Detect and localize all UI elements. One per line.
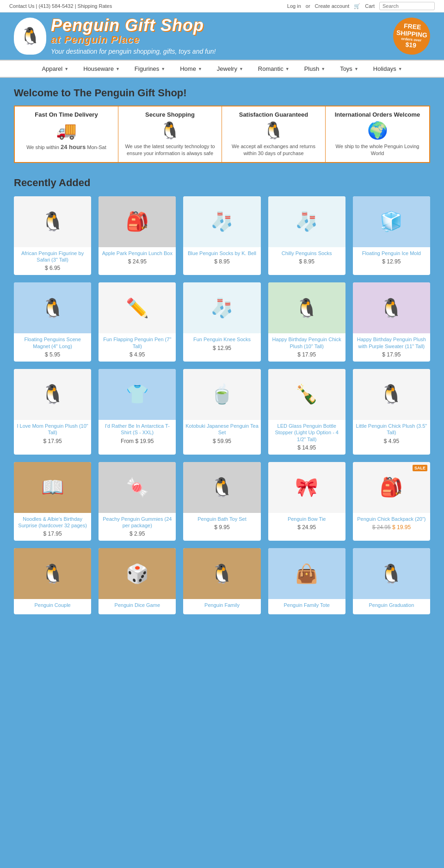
product-card[interactable]: 🍵 Kotobuki Japanese Penguin Tea Set $ 59…	[183, 369, 260, 455]
product-card[interactable]: 🍾 LED Glass Penguin Bottle Stopper (Ligh…	[268, 369, 345, 455]
product-info: Penguin Dice Game	[99, 599, 176, 614]
logo-text: Penguin Gift Shop at Penguin Place Your …	[51, 17, 216, 55]
main-nav: Apparel▼Houseware▼Figurines▼Home▼Jewelry…	[0, 60, 444, 78]
product-card[interactable]: 🍬 Peachy Penguin Gummies (24 per package…	[99, 462, 176, 541]
product-info: Penguin Family	[183, 599, 260, 614]
product-name: Happy Birthday Penguin Chick Plush (10" …	[270, 336, 344, 350]
cart-link[interactable]: Cart	[365, 3, 375, 9]
product-price: $ 12.95	[185, 345, 259, 351]
free-shipping-line4: $19	[405, 41, 417, 49]
product-card[interactable]: 🧦 Blue Penguin Socks by K. Bell $ 8.95	[183, 196, 260, 275]
product-card[interactable]: 🐧 Happy Birthday Penguin Plush with Purp…	[353, 282, 430, 362]
product-grid: 🐧 African Penguin Figurine by Safari (3"…	[14, 196, 430, 614]
nav-label: Apparel	[42, 65, 62, 72]
login-link[interactable]: Log in	[287, 3, 301, 9]
feature-boxes: Fast On Time Delivery 🚚 We ship within 2…	[14, 106, 430, 163]
product-card[interactable]: 👜 Penguin Family Tote	[268, 548, 345, 614]
product-card[interactable]: 🐧 Penguin Family	[183, 548, 260, 614]
nav-item-toys[interactable]: Toys▼	[333, 61, 366, 77]
search-input[interactable]	[379, 2, 435, 10]
nav-label: Jewelry	[217, 65, 237, 72]
product-card[interactable]: 📖 Noodles & Albie's Birthday Surprise (h…	[14, 462, 91, 541]
product-card[interactable]: SALE 🎒 Penguin Chick Backpack (20") $ 24…	[353, 462, 430, 541]
nav-item-jewelry[interactable]: Jewelry▼	[210, 61, 251, 77]
product-price: $ 12.95	[355, 258, 428, 265]
nav-item-plush[interactable]: Plush▼	[297, 61, 333, 77]
product-name: Penguin Family Tote	[270, 602, 344, 608]
product-info: I Love Mom Penguin Plush (10" Tall) $ 17…	[14, 420, 91, 448]
product-card[interactable]: ✏️ Fun Flapping Penguin Pen (7" Tall) $ …	[99, 282, 176, 362]
product-card[interactable]: 🐧 Little Penguin Chick Plush (3.5" Tall)…	[353, 369, 430, 455]
nav-item-apparel[interactable]: Apparel▼	[34, 61, 76, 77]
product-info: Penguin Bath Toy Set $ 9.95	[183, 513, 260, 534]
product-price-value: From $ 19.95	[121, 438, 154, 444]
product-image: ✏️	[99, 282, 176, 333]
feature-title: Secure Shopping	[123, 111, 217, 118]
product-card[interactable]: 🐧 Floating Penguins Scene Magnet (4" Lon…	[14, 282, 91, 362]
product-image: 📖	[14, 462, 91, 513]
product-price: $ 9.95	[185, 524, 259, 531]
nav-item-romantic[interactable]: Romantic▼	[251, 61, 297, 77]
chevron-down-icon: ▼	[354, 67, 358, 71]
product-info: Floating Penguins Scene Magnet (4" Long)…	[14, 333, 91, 362]
product-image: 🎲	[99, 548, 176, 599]
logo-area: 🐧 Penguin Gift Shop at Penguin Place You…	[14, 17, 216, 55]
feature-icon: 🐧	[123, 121, 217, 140]
product-card[interactable]: 🎒 Apple Park Penguin Lunch Box $ 24.95	[99, 196, 176, 275]
product-card[interactable]: 🧦 Chilly Penguins Socks $ 8.95	[268, 196, 345, 275]
product-price-value: $ 4.95	[384, 438, 399, 444]
product-card[interactable]: 🎲 Penguin Dice Game	[99, 548, 176, 614]
product-price: $ 24.95 $ 19.95	[355, 524, 428, 531]
product-info: LED Glass Penguin Bottle Stopper (Light …	[268, 420, 345, 455]
header: 🐧 Penguin Gift Shop at Penguin Place You…	[0, 12, 444, 60]
product-card[interactable]: 🎀 Penguin Bow Tie $ 24.95	[268, 462, 345, 541]
sale-price: $ 19.95	[392, 524, 411, 531]
cart-icon[interactable]: 🛒	[354, 3, 360, 9]
product-info: Penguin Family Tote	[268, 599, 345, 614]
nav-item-houseware[interactable]: Houseware▼	[76, 61, 127, 77]
feature-text: We ship to the whole Penguin Loving Worl…	[330, 143, 425, 157]
product-card[interactable]: 👕 I'd Rather Be In Antarctica T-Shirt (S…	[99, 369, 176, 455]
feature-icon: 🐧	[227, 121, 321, 140]
product-card[interactable]: 🐧 African Penguin Figurine by Safari (3"…	[14, 196, 91, 275]
penguin-logo: 🐧	[14, 18, 46, 55]
nav-item-figurines[interactable]: Figurines▼	[127, 61, 173, 77]
product-price-value: $ 5.95	[45, 351, 60, 358]
nav-item-home[interactable]: Home▼	[173, 61, 210, 77]
product-name: Fun Flapping Penguin Pen (7" Tall)	[100, 336, 174, 350]
product-image: 🐧	[183, 548, 260, 599]
product-price: $ 8.95	[270, 258, 344, 265]
shop-title: Penguin Gift Shop	[51, 17, 216, 34]
product-price-value: $ 8.95	[299, 258, 314, 265]
chevron-down-icon: ▼	[321, 67, 325, 71]
welcome-title: Welcome to The Penguin Gift Shop!	[14, 87, 430, 99]
product-name: Penguin Dice Game	[100, 602, 174, 608]
product-card[interactable]: 🐧 I Love Mom Penguin Plush (10" Tall) $ …	[14, 369, 91, 455]
product-card[interactable]: 🧦 Fun Penguin Knee Socks $ 12.95	[183, 282, 260, 362]
product-name: African Penguin Figurine by Safari (3" T…	[16, 250, 89, 263]
product-name: Kotobuki Japanese Penguin Tea Set	[185, 423, 259, 436]
product-price-value: $ 4.95	[130, 351, 145, 358]
product-card[interactable]: 🧊 Floating Penguin Ice Mold $ 12.95	[353, 196, 430, 275]
sale-badge: SALE	[413, 465, 427, 471]
product-info: Happy Birthday Penguin Plush with Purple…	[353, 333, 430, 362]
product-price: $ 17.95	[270, 351, 344, 358]
product-price: $ 17.95	[16, 531, 89, 537]
product-price-value: $ 24.95	[128, 258, 147, 265]
product-card[interactable]: 🐧 Penguin Bath Toy Set $ 9.95	[183, 462, 260, 541]
contact-info: Contact Us | (413) 584-5432 | Shipping R…	[9, 3, 112, 9]
feature-icon: 🚚	[19, 121, 113, 140]
product-info: African Penguin Figurine by Safari (3" T…	[14, 247, 91, 275]
product-name: Blue Penguin Socks by K. Bell	[185, 250, 259, 256]
product-card[interactable]: 🐧 Penguin Graduation	[353, 548, 430, 614]
product-card[interactable]: 🐧 Penguin Couple	[14, 548, 91, 614]
create-account-link[interactable]: Create account	[315, 3, 350, 9]
product-price: $ 5.95	[16, 351, 89, 358]
product-price: $ 8.95	[185, 258, 259, 265]
product-info: Fun Penguin Knee Socks $ 12.95	[183, 333, 260, 355]
product-price-value: $ 2.95	[130, 531, 145, 537]
product-name: Floating Penguin Ice Mold	[355, 250, 428, 256]
product-image: 🧊	[353, 196, 430, 247]
nav-item-holidays[interactable]: Holidays▼	[366, 61, 410, 77]
product-card[interactable]: 🐧 Happy Birthday Penguin Chick Plush (10…	[268, 282, 345, 362]
